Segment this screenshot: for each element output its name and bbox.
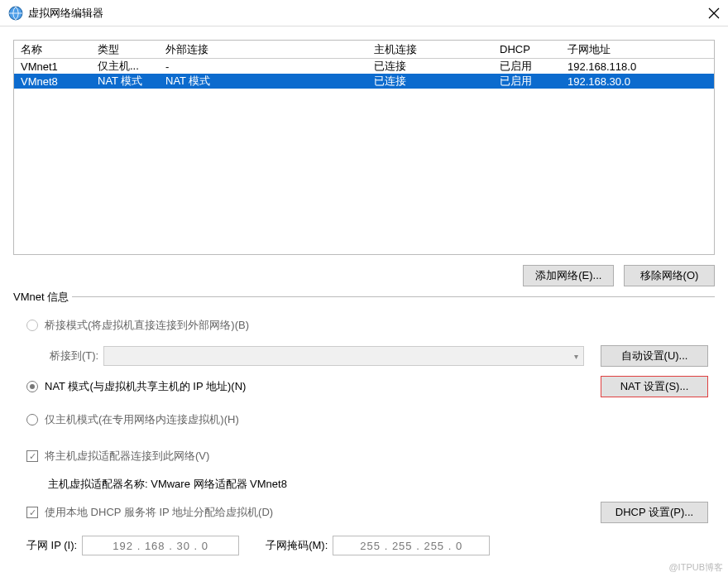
subnet-ip-label: 子网 IP (I): [26,538,77,553]
auto-settings-button[interactable]: 自动设置(U)... [601,345,708,367]
table-header: 名称 类型 外部连接 主机连接 DHCP 子网地址 [14,41,714,59]
col-ext[interactable]: 外部连接 [160,42,369,57]
bridge-to-combo[interactable]: ▾ [103,346,584,366]
table-row[interactable]: VMnet8 NAT 模式 NAT 模式 已连接 已启用 192.168.30.… [14,74,714,89]
bridge-radio-label: 桥接模式(将虚拟机直接连接到外部网络)(B) [45,318,249,333]
app-icon [8,6,23,21]
dhcp-settings-button[interactable]: DHCP 设置(P)... [601,502,708,523]
window-title: 虚拟网络编辑器 [28,6,103,21]
subnet-mask-field[interactable]: 255 . 255 . 255 . 0 [333,536,490,555]
hostonly-radio[interactable] [26,414,38,426]
table-row[interactable]: VMnet1 仅主机... - 已连接 已启用 192.168.118.0 [14,59,714,74]
col-subnet[interactable]: 子网地址 [563,42,712,57]
chevron-down-icon: ▾ [574,352,578,361]
col-type[interactable]: 类型 [93,42,160,57]
remove-network-button[interactable]: 移除网络(O) [624,265,715,286]
bridge-radio[interactable] [26,320,38,331]
vmnet-info-legend: VMnet 信息 [13,290,72,305]
col-dhcp[interactable]: DHCP [495,43,563,55]
close-icon[interactable] [708,7,720,19]
nat-settings-button[interactable]: NAT 设置(S)... [601,376,708,397]
host-adapter-check[interactable] [26,450,38,462]
network-table: 名称 类型 外部连接 主机连接 DHCP 子网地址 VMnet1 仅主机... … [13,40,715,255]
vmnet-info-group: VMnet 信息 桥接模式(将虚拟机直接连接到外部网络)(B) 桥接到(T): … [13,296,715,569]
host-adapter-check-label: 将主机虚拟适配器连接到此网络(V) [45,449,209,464]
col-name[interactable]: 名称 [16,42,93,57]
title-bar: 虚拟网络编辑器 [0,0,728,26]
subnet-mask-label: 子网掩码(M): [266,538,328,553]
content-area: 名称 类型 外部连接 主机连接 DHCP 子网地址 VMnet1 仅主机... … [0,26,728,569]
hostonly-radio-label: 仅主机模式(在专用网络内连接虚拟机)(H) [45,412,239,427]
bridge-to-label: 桥接到(T): [50,349,98,363]
nat-radio-label: NAT 模式(与虚拟机共享主机的 IP 地址)(N) [45,379,587,394]
host-adapter-name: 主机虚拟适配器名称: VMware 网络适配器 VMnet8 [48,477,287,492]
table-buttons: 添加网络(E)... 移除网络(O) [13,255,715,296]
title-left: 虚拟网络编辑器 [8,6,103,21]
dhcp-check[interactable] [26,507,38,518]
watermark: @ITPUB博客 [668,561,723,574]
nat-radio[interactable] [26,381,38,392]
add-network-button[interactable]: 添加网络(E)... [523,265,614,286]
subnet-ip-field[interactable]: 192 . 168 . 30 . 0 [82,536,239,555]
dhcp-check-label: 使用本地 DHCP 服务将 IP 地址分配给虚拟机(D) [45,505,587,520]
col-host[interactable]: 主机连接 [369,42,495,57]
